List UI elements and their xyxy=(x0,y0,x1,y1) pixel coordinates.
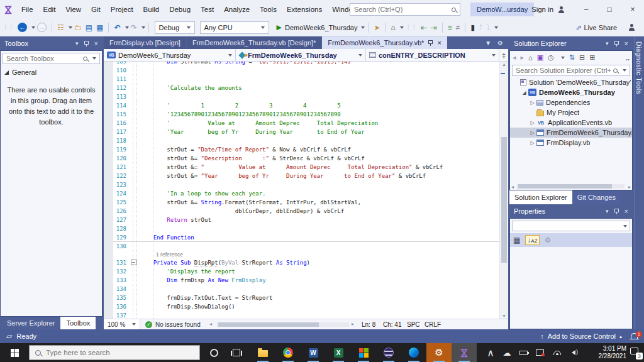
restore-button[interactable]: □ xyxy=(599,0,620,19)
tab-pin-icon[interactable] xyxy=(428,40,433,46)
code-editor[interactable]: 109 Dim StrFormat As String = "{0,-9}{1,… xyxy=(104,62,499,319)
sx-properties-icon[interactable]: ⊞ xyxy=(589,53,595,62)
toolbox-window-menu-icon[interactable]: ▾ xyxy=(75,40,79,47)
scroll-down-arrow[interactable]: ▼ xyxy=(500,314,508,318)
solution-explorer-close-icon[interactable]: × xyxy=(625,40,628,47)
editor-vertical-scrollbar[interactable]: ▲ ▼ xyxy=(499,62,508,319)
platform-dropdown[interactable]: Any CPU xyxy=(200,21,269,34)
menu-edit[interactable]: Edit xyxy=(38,0,61,19)
sx-hscroll-thumb[interactable] xyxy=(518,184,612,189)
document-tab[interactable]: FrmDisplay.vb [Design] xyxy=(104,36,186,49)
taskbar-clock[interactable]: 3:01 PM 2/28/2021 xyxy=(599,343,627,362)
save-all-button[interactable]: ▦ xyxy=(96,24,103,31)
source-control-dropdown-icon[interactable]: ▴ xyxy=(619,334,622,339)
visual-studio-button[interactable]: ⋈ xyxy=(452,343,477,362)
code-line[interactable]: 113 xyxy=(104,92,499,101)
sx-sync-with-active-document-icon[interactable]: ⇅ xyxy=(569,53,575,62)
bookmark-icon[interactable]: ▮ xyxy=(470,24,475,31)
code-line[interactable]: 120 strOut &= "Description :" & StrDesc … xyxy=(104,154,499,163)
panel-tab-git-changes[interactable]: Git Changes xyxy=(572,190,621,204)
unindent-icon[interactable]: ⇤ xyxy=(421,24,427,31)
properties-object-input[interactable] xyxy=(515,222,621,230)
redo-button[interactable]: ↷ xyxy=(131,24,137,31)
tree-chevron-icon[interactable]: ▷ xyxy=(529,130,536,136)
taskbar-search-box[interactable] xyxy=(29,345,200,360)
start-debugging-button[interactable]: DemoWeek6_Thursday xyxy=(285,24,357,31)
toolbox-search-input[interactable] xyxy=(6,55,80,62)
toolbox-pin-icon[interactable] xyxy=(84,41,89,47)
solution-explorer-hscrollbar[interactable]: ◂ ▸ xyxy=(509,183,633,190)
active-files-dropdown-icon[interactable]: ▼ xyxy=(485,40,491,47)
tree-item-applicationevents-vb[interactable]: ▷VBApplicationEvents.vb xyxy=(510,118,632,128)
sx-overflow-button[interactable]: .. xyxy=(626,54,630,62)
project-dropdown[interactable]: VB DemoWeek6_Thursday xyxy=(104,49,236,61)
code-line[interactable]: 117 'Year beg of Yr During Year to End o… xyxy=(104,128,499,136)
new-project-dropdown[interactable] xyxy=(69,26,72,29)
battery-icon[interactable] xyxy=(516,343,531,362)
type-dropdown[interactable]: FrmDemoWeek6_Thursday xyxy=(236,49,366,61)
navigate-back-button[interactable]: ← xyxy=(18,23,27,32)
vertical-scroll-thumb[interactable] xyxy=(501,137,507,263)
volume-icon[interactable] xyxy=(566,343,581,362)
tree-chevron-icon[interactable]: ▷ xyxy=(529,100,536,106)
taskbar-search-input[interactable] xyxy=(46,349,194,356)
solution-name-button[interactable]: DemoW...ursday xyxy=(470,3,534,16)
background-tasks-icon[interactable]: ▱ xyxy=(6,332,12,341)
cortana-button[interactable] xyxy=(201,343,226,362)
code-line[interactable]: 112 'Calculate the amounts xyxy=(104,84,499,92)
sx-filter-dropdown[interactable] xyxy=(561,57,565,59)
start-button[interactable] xyxy=(0,343,29,362)
toolbox-search-box[interactable] xyxy=(3,53,100,64)
code-line[interactable]: 119 strOut = "Date/Time of Report" & Now… xyxy=(104,145,499,154)
sx-collapse-all-icon[interactable]: ⊟ xyxy=(579,53,585,62)
tree-item-my-project[interactable]: My Project xyxy=(510,107,632,118)
account-icon[interactable] xyxy=(558,6,565,13)
tab-options-gear-icon[interactable]: ⚙ xyxy=(497,40,503,47)
live-share-label[interactable]: Live Share xyxy=(584,24,617,31)
code-line[interactable]: 134 xyxy=(104,285,499,293)
horizontal-scroll-thumb[interactable] xyxy=(218,322,319,327)
sx-search-dropdown[interactable] xyxy=(623,69,626,72)
property-pages-icon[interactable]: ⚙ xyxy=(545,236,552,244)
show-hidden-icons-button[interactable]: ∧ xyxy=(483,343,498,362)
add-to-source-control-button[interactable]: Add to Source Control xyxy=(548,332,616,340)
indent-icon[interactable]: ⇥ xyxy=(431,24,437,31)
sx-back-icon[interactable]: ◂ xyxy=(513,53,516,62)
properties-object-dropdown[interactable] xyxy=(512,221,630,231)
tab-close-icon[interactable]: × xyxy=(437,36,441,49)
code-line[interactable]: 129 End Function xyxy=(104,233,499,242)
minimize-button[interactable]: – xyxy=(575,0,597,19)
menu-test[interactable]: Test xyxy=(196,0,219,19)
open-file-button[interactable]: 🗀 xyxy=(74,24,82,31)
start-debugging-dropdown[interactable] xyxy=(361,26,365,29)
chrome-button[interactable] xyxy=(275,343,301,362)
code-line[interactable]: 116 ' Value at Amount Deprec Total Depre… xyxy=(104,119,499,128)
tree-chevron-icon[interactable]: ▷ xyxy=(529,120,536,126)
settings-button[interactable]: ⚙ xyxy=(426,343,452,362)
panel-tab-server-explorer[interactable]: Server Explorer xyxy=(1,317,60,329)
menu-build[interactable]: Build xyxy=(138,0,165,19)
notifications-bell-icon[interactable]: 1 xyxy=(631,333,638,339)
wifi-icon[interactable] xyxy=(550,343,565,362)
new-project-button[interactable]: ☷ xyxy=(57,24,64,31)
code-line[interactable]: 124 'In a loop to show each year. xyxy=(104,189,499,198)
task-view-button[interactable] xyxy=(224,343,249,362)
toolbox-search-dropdown[interactable] xyxy=(92,57,96,60)
code-line[interactable]: 135 frmDisp.TxtOut.Text = StrReport xyxy=(104,293,499,302)
display-notification-icon[interactable] xyxy=(532,343,547,362)
properties-window-menu-icon[interactable]: ▾ xyxy=(606,208,609,214)
edge-button[interactable] xyxy=(401,343,426,362)
file-explorer-button[interactable] xyxy=(250,343,275,362)
toolbox-section-general[interactable]: General xyxy=(1,66,102,79)
redo-dropdown[interactable] xyxy=(142,26,145,29)
home-dropdown[interactable] xyxy=(400,26,404,29)
panel-tab-solution-explorer[interactable]: Solution Explorer xyxy=(509,190,572,204)
solution-explorer-window-menu-icon[interactable]: ▾ xyxy=(606,40,609,47)
properties-title-bar[interactable]: Properties ▾ × xyxy=(509,204,633,218)
tree-item-frmdemoweek6-thursday-vb[interactable]: ▷FrmDemoWeek6_Thursday.vb xyxy=(510,128,632,138)
sign-in-label[interactable]: Sign in xyxy=(531,6,553,13)
global-search-input[interactable] xyxy=(354,6,452,13)
code-line[interactable]: 126 dblCurDepr, dblEndDepr) & vbCrLf xyxy=(104,207,499,216)
code-line[interactable]: 125 strOut &= String.Format(StrFormat, I… xyxy=(104,198,499,207)
start-debugging-icon[interactable]: ▶ xyxy=(277,24,282,31)
